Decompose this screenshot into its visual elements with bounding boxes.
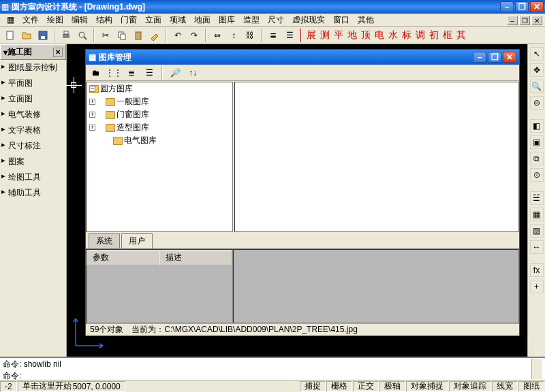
redo-button[interactable]: ↷: [187, 28, 202, 43]
menu-doorwin[interactable]: 门窗: [116, 14, 141, 26]
dlg-search-icon[interactable]: 🔎: [168, 65, 183, 80]
left-panel-close[interactable]: ✕: [53, 48, 63, 57]
dlg-close[interactable]: ✕: [503, 52, 516, 63]
measure-icon[interactable]: ↔: [530, 240, 544, 254]
dlg-minimize[interactable]: –: [473, 52, 486, 63]
dialog-title-bar[interactable]: ▦ 图库管理 – ❐ ✕: [86, 50, 519, 65]
prop-button[interactable]: ☰: [282, 28, 297, 43]
menu-struct[interactable]: 结构: [92, 14, 116, 26]
layer-icon[interactable]: ☱: [530, 191, 544, 205]
pan-icon[interactable]: ✥: [530, 63, 544, 77]
red-btn-11[interactable]: 其: [455, 29, 467, 42]
menu-file[interactable]: 文件: [18, 14, 43, 26]
maximize-button[interactable]: ❐: [515, 1, 529, 12]
red-btn-8[interactable]: 调: [414, 29, 426, 42]
lp-item-plan[interactable]: 平面图: [0, 76, 66, 91]
menu-lib[interactable]: 图库: [215, 14, 239, 26]
zoom-out-icon[interactable]: ⊖: [530, 96, 544, 110]
dlg-sort-icon[interactable]: ↑↓: [185, 65, 200, 80]
zoom-in-icon[interactable]: 🔍: [530, 80, 544, 93]
menu-draw[interactable]: 绘图: [43, 14, 67, 26]
cmd-scrollbar[interactable]: [531, 359, 542, 379]
tree-child-general[interactable]: +一般图库: [87, 95, 232, 108]
toggle-ortho[interactable]: 正交: [353, 381, 379, 392]
dlg-maximize[interactable]: ❐: [488, 52, 501, 63]
red-btn-5[interactable]: 电: [373, 29, 386, 42]
tab-user[interactable]: 用户: [121, 233, 153, 248]
menu-item[interactable]: 项域: [166, 14, 190, 26]
menu-vr[interactable]: 虚拟现实: [288, 14, 329, 26]
red-btn-7[interactable]: 标: [401, 29, 413, 42]
ruler-button[interactable]: ↕: [226, 28, 241, 43]
match-button[interactable]: [147, 28, 162, 43]
red-btn-9[interactable]: 初: [428, 29, 440, 42]
new-file-button[interactable]: [3, 28, 18, 43]
param-col-name[interactable]: 参数: [87, 250, 159, 265]
hatch-icon[interactable]: ▨: [530, 224, 544, 238]
toggle-lwt[interactable]: 线宽: [492, 381, 518, 392]
lp-item-elec[interactable]: 电气装修: [0, 107, 66, 122]
arrow-icon[interactable]: ↖: [530, 47, 544, 61]
tree-child-shape[interactable]: +造型图库: [87, 121, 232, 134]
zoom-center-icon[interactable]: ⊙: [530, 168, 544, 182]
menu-dim[interactable]: 尺寸: [264, 14, 288, 26]
tree-child-doorwin[interactable]: +门窗图库: [87, 108, 232, 121]
toggle-polar[interactable]: 极轴: [379, 381, 405, 392]
param-col-desc[interactable]: 描述: [159, 250, 232, 265]
toggle-osnap[interactable]: 对象捕捉: [406, 381, 448, 392]
chain-button[interactable]: ⛓: [243, 28, 258, 43]
color-icon[interactable]: ▦: [530, 208, 544, 221]
mdi-close[interactable]: ✕: [531, 16, 542, 25]
collapse-icon[interactable]: –: [89, 86, 95, 92]
lp-item-assist[interactable]: 辅助工具: [0, 185, 66, 201]
dlg-view-icon[interactable]: ☰: [142, 65, 157, 80]
tab-system[interactable]: 系统: [89, 233, 120, 248]
expand-icon[interactable]: +: [89, 125, 95, 131]
lp-item-text[interactable]: 文字表格: [0, 122, 66, 138]
red-btn-1[interactable]: 测: [319, 29, 331, 42]
toggle-snap[interactable]: 捕捉: [300, 381, 326, 392]
menu-edit[interactable]: 编辑: [67, 14, 92, 26]
status-hint[interactable]: 单击这里开始5007, 0.0000: [18, 381, 125, 392]
print-button[interactable]: [59, 28, 74, 43]
close-button[interactable]: ✕: [530, 1, 544, 12]
red-btn-10[interactable]: 框: [441, 29, 454, 42]
mdi-restore[interactable]: ❐: [519, 16, 530, 25]
preview-button[interactable]: [75, 28, 90, 43]
command-line[interactable]: 命令: showlib nil 命令:: [0, 357, 545, 380]
lineweight-button[interactable]: ≣: [266, 28, 281, 43]
red-btn-3[interactable]: 地: [346, 29, 358, 42]
toggle-grid[interactable]: 栅格: [326, 381, 352, 392]
mdi-minimize[interactable]: –: [507, 16, 518, 25]
plus-icon[interactable]: +: [530, 280, 544, 293]
fx-icon[interactable]: fx: [530, 263, 544, 277]
red-btn-6[interactable]: 水: [387, 29, 399, 42]
lp-item-pattern[interactable]: 图案: [0, 154, 66, 169]
save-button[interactable]: [35, 28, 50, 43]
red-btn-2[interactable]: 平: [332, 29, 345, 42]
expand-icon[interactable]: +: [89, 112, 95, 118]
tree-child-elec[interactable]: 电气图库: [87, 134, 232, 147]
copy-button[interactable]: [114, 28, 129, 43]
expand-icon[interactable]: +: [89, 99, 95, 105]
menu-shape[interactable]: 造型: [239, 14, 264, 26]
dlg-detail-icon[interactable]: ≣: [124, 65, 139, 80]
open-file-button[interactable]: [19, 28, 34, 43]
lp-item-dim[interactable]: 尺寸标注: [0, 138, 66, 154]
tree-root[interactable]: – 圆方图库: [87, 82, 232, 95]
dlg-list-icon[interactable]: ⋮⋮: [106, 65, 121, 80]
red-btn-0[interactable]: 展: [305, 29, 317, 42]
cut-button[interactable]: ✂: [98, 28, 113, 43]
toggle-paper[interactable]: 图纸: [518, 381, 544, 392]
minimize-button[interactable]: –: [500, 1, 514, 12]
paste-button[interactable]: [131, 28, 146, 43]
menu-window[interactable]: 窗口: [329, 14, 354, 26]
lp-item-elev[interactable]: 立面图: [0, 91, 66, 107]
menu-floor[interactable]: 地面: [190, 14, 215, 26]
menu-elev[interactable]: 立面: [141, 14, 166, 26]
dist-button[interactable]: ⇔: [210, 28, 225, 43]
toggle-otrack[interactable]: 对象追踪: [449, 381, 491, 392]
library-tree[interactable]: – 圆方图库 +一般图库 +门窗图库 +造型图库 电气图库: [86, 82, 233, 232]
zoom-window-icon[interactable]: ◧: [530, 119, 544, 133]
zoom-extents-icon[interactable]: ▣: [530, 135, 544, 149]
